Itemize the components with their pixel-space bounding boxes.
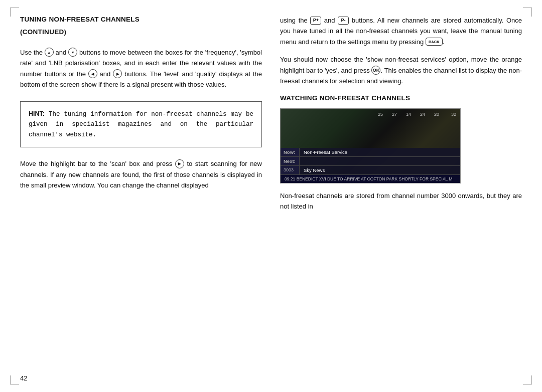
ch-num-4: 24 <box>420 112 425 117</box>
left-para1: Use the and buttons to move between the … <box>20 47 262 90</box>
right-para3: Non-freesat channels are stored from cha… <box>280 190 522 212</box>
tv-ticker: 09:21 BENEDICT XVI DUE TO ARRIVE AT COFT… <box>281 175 460 183</box>
p-plus-icon: P+ <box>310 17 321 25</box>
corner-mark-tr <box>523 8 532 17</box>
tv-next-row: Next: <box>281 157 460 166</box>
left-para2: Move the highlight bar to the 'scan' box… <box>20 158 262 190</box>
ch-num-6: 32 <box>451 112 456 117</box>
ok-icon: OK <box>371 66 380 75</box>
two-column-layout: TUNING NON-FREESAT CHANNELS (continued) … <box>20 15 522 369</box>
left-heading: TUNING NON-FREESAT CHANNELS (continued) <box>20 15 262 40</box>
corner-mark-bl <box>10 375 19 384</box>
left-column: TUNING NON-FREESAT CHANNELS (continued) … <box>20 15 262 369</box>
channel-numbers-overlay: 25 27 14 24 20 32 <box>378 112 456 117</box>
tv-channel-name: Sky News <box>300 166 460 174</box>
corner-mark-tl <box>10 8 19 17</box>
tv-channel-number: 3003 <box>281 166 300 174</box>
down-arrow-icon <box>68 48 77 57</box>
tv-overlay: Now: Non-Freesat Service Next: 3003 Sky … <box>281 148 460 183</box>
heading-line1: TUNING NON-FREESAT CHANNELS <box>20 15 262 25</box>
back-icon: BACK <box>426 38 443 46</box>
tv-next-label: Next: <box>281 157 300 165</box>
heading-line2: (continued) <box>20 28 262 37</box>
tv-now-label: Now: <box>281 148 300 156</box>
ch-num-1: 25 <box>378 112 383 117</box>
page-container: TUNING NON-FREESAT CHANNELS (continued) … <box>0 0 542 392</box>
up-arrow-icon <box>45 48 54 57</box>
ch-num-2: 27 <box>392 112 397 117</box>
right-column: using the P+ and P- buttons. All new cha… <box>280 15 522 369</box>
hint-box: HINT: The tuning information for non-fre… <box>20 101 262 148</box>
right-para2: You should now choose the 'show non-free… <box>280 54 522 86</box>
tv-next-value <box>300 157 460 165</box>
p-minus-icon: P- <box>338 17 349 25</box>
tv-screenshot: 25 27 14 24 20 32 Now: Non-Freesat Servi… <box>280 108 461 183</box>
right-para1: using the P+ and P- buttons. All new cha… <box>280 15 522 47</box>
ch-num-3: 14 <box>406 112 411 117</box>
scan-right-arrow-icon <box>175 159 184 168</box>
tv-now-value: Non-Freesat Service <box>300 148 460 156</box>
watching-heading: WATCHING NON-FREESAT CHANNELS <box>280 94 522 103</box>
hint-text: The tuning information for non-freesat c… <box>29 111 253 138</box>
right-arrow-icon-1 <box>113 69 122 78</box>
corner-mark-br <box>523 375 532 384</box>
tv-channel-row: 3003 Sky News <box>281 166 460 175</box>
left-arrow-icon <box>88 69 97 78</box>
watching-section: WATCHING NON-FREESAT CHANNELS 25 27 14 2… <box>280 94 522 183</box>
ch-num-5: 20 <box>434 112 439 117</box>
page-number: 42 <box>20 369 522 382</box>
tv-now-row: Now: Non-Freesat Service <box>281 148 460 157</box>
hint-label: HINT: <box>29 110 45 117</box>
